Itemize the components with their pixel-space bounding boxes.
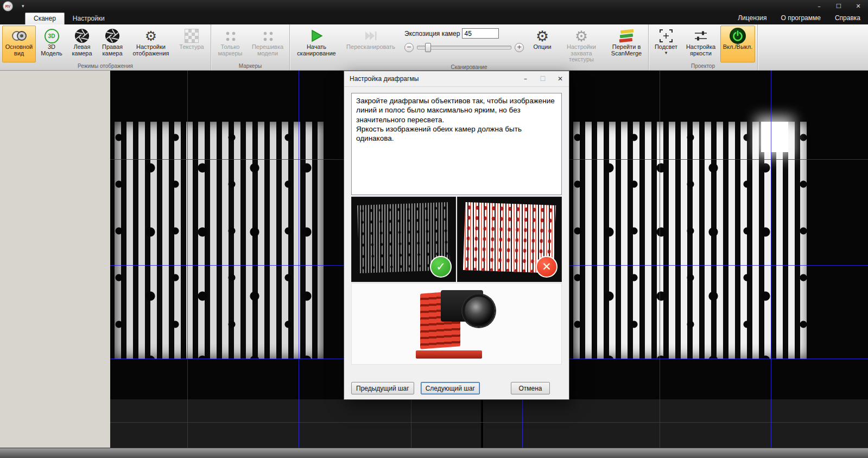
window-controls: – ☐ ✕ (809, 0, 868, 12)
menu-help[interactable]: Справка (835, 14, 860, 22)
texture-label: Текстура (179, 44, 204, 51)
dialog-close-button[interactable]: ✕ (552, 71, 569, 86)
right-camera-label: Правая камера (99, 44, 125, 57)
ribbon-tab-row: Сканер Настройки Лицензия О программе Сп… (0, 12, 868, 24)
power-icon (730, 28, 746, 44)
group-label-markers: Маркеры (211, 62, 289, 70)
remesh-dots-icon (261, 28, 274, 44)
dialog-instructions: Закройте диафрагмы объективов так, чтобы… (351, 93, 562, 195)
dialog-buttons-row: Предыдущий шаг Следующий шаг Отмена (351, 382, 562, 394)
camera-photo-panel (351, 283, 562, 365)
minimize-button[interactable]: – (809, 0, 829, 12)
grid-line-horizontal (110, 422, 868, 423)
tab-scanner[interactable]: Сканер (25, 12, 65, 24)
ribbon: Основной вид 3D 3D Модель Левая камера (0, 24, 868, 71)
grid-line-vertical (771, 70, 771, 448)
grid-line-vertical (299, 70, 299, 448)
texture-capture-settings-button[interactable]: ⚙ Настройки захвата текстуры (557, 26, 606, 64)
grid-line-vertical (187, 70, 188, 448)
rescan-button[interactable]: Пересканировать (342, 26, 400, 64)
markers-dots-icon (224, 28, 237, 44)
tab-settings[interactable]: Настройки (65, 13, 113, 24)
app-window: RV ▾ – ☐ ✕ Сканер Настройки Лицензия О п… (0, 0, 868, 458)
group-projector: Подсвет ▾ Настройка яркости Вкл./Вык (649, 24, 758, 70)
dialog-title-bar[interactable]: Настройка диафрагмы – ☐ ✕ (344, 71, 569, 87)
group-label-projector: Проектор (649, 62, 757, 70)
dialog-example-images: ✓ ✕ (351, 197, 562, 282)
scanmerge-button[interactable]: Перейти в ScanMerge (607, 26, 646, 64)
start-scan-button[interactable]: Начать сканирование (292, 26, 341, 64)
exposure-slider[interactable] (417, 46, 511, 49)
exposure-minus-button[interactable]: − (404, 43, 414, 52)
texture-capture-settings-label: Настройки захвата текстуры (559, 44, 604, 63)
previous-step-button[interactable]: Предыдущий шаг (351, 382, 414, 394)
exposure-slider-thumb[interactable] (425, 43, 431, 52)
backlight-frame-icon (659, 28, 673, 44)
main-view-label: Основной вид (4, 44, 34, 57)
display-settings-label: Настройки отображения (130, 44, 172, 57)
aperture-setup-dialog: Настройка диафрагмы – ☐ ✕ Закройте диафр… (344, 71, 569, 400)
overexposure-highlight (761, 122, 788, 152)
remesh-button[interactable]: Перешивка модели (248, 26, 287, 62)
top-right-menu: Лицензия О программе Справка (738, 14, 868, 24)
left-camera-feed (115, 122, 324, 359)
scene-floor-left (110, 399, 481, 448)
checkmark-icon: ✓ (430, 256, 452, 278)
dialog-instructions-line2: Яркость изображений обеих камер должна б… (356, 124, 557, 143)
grid-line-vertical (660, 70, 660, 448)
left-camera-button[interactable]: Левая камера (67, 26, 97, 62)
remesh-label: Перешивка модели (250, 44, 286, 57)
bad-exposure-example-image: ✕ (457, 197, 562, 282)
main-view-button[interactable]: Основной вид (2, 26, 36, 62)
camera-photo (405, 288, 508, 360)
right-camera-button[interactable]: Правая камера (98, 26, 127, 62)
checker-texture-icon (185, 28, 199, 44)
rescan-label: Пересканировать (346, 44, 395, 51)
brightness-settings-button[interactable]: Настройка яркости (682, 26, 719, 62)
scene-floor-right (484, 399, 868, 448)
group-display-modes: Основной вид 3D 3D Модель Левая камера (0, 24, 211, 70)
group-label-display-modes: Режимы отображения (0, 62, 211, 70)
dialog-title: Настройка диафрагмы (344, 75, 419, 83)
group-scanning: Начать сканирование Пересканировать Эксп… (290, 24, 649, 70)
display-settings-button[interactable]: ⚙ Настройки отображения (128, 26, 174, 62)
model-3d-button[interactable]: 3D 3D Модель (37, 26, 66, 62)
model-3d-icon: 3D (45, 28, 59, 44)
exposure-plus-button[interactable]: + (515, 43, 524, 52)
dialog-instructions-line1: Закройте диафрагмы объективов так, чтобы… (356, 96, 557, 124)
exposure-block: Экспозиция камер − + (400, 26, 528, 64)
main-view-icon (11, 28, 27, 44)
menu-about[interactable]: О программе (781, 14, 821, 22)
dialog-window-controls: – ☐ ✕ (517, 71, 569, 86)
play-icon (309, 28, 324, 44)
app-logo-icon: RV (3, 1, 13, 11)
brightness-slider-icon (694, 28, 708, 44)
markers-only-label: Только маркеры (215, 44, 245, 57)
next-step-button[interactable]: Следующий шаг (421, 382, 480, 394)
cancel-button[interactable]: Отмена (511, 382, 550, 394)
backlight-button[interactable]: Подсвет ▾ (651, 26, 681, 62)
backlight-label: Подсвет (655, 44, 677, 51)
dialog-minimize-button[interactable]: – (517, 71, 534, 86)
aperture-right-icon (105, 28, 120, 44)
menu-license[interactable]: Лицензия (738, 14, 766, 22)
chevron-down-icon[interactable]: ▾ (665, 51, 668, 55)
quick-access-dropdown-icon[interactable]: ▾ (22, 3, 24, 9)
left-camera-label: Левая камера (69, 44, 95, 57)
title-bar: RV ▾ – ☐ ✕ (0, 0, 868, 12)
scanmerge-label: Перейти в ScanMerge (609, 44, 644, 57)
close-button[interactable]: ✕ (848, 0, 868, 12)
gear-icon: ⚙ (145, 28, 157, 44)
maximize-button[interactable]: ☐ (829, 0, 848, 12)
projector-power-button[interactable]: Вкл./Выкл. (720, 26, 755, 62)
markers-only-button[interactable]: Только маркеры (213, 26, 247, 62)
options-button[interactable]: ⚙ Опции (529, 26, 556, 64)
texture-button[interactable]: Текстура (175, 26, 208, 62)
texture-capture-gear-icon: ⚙ (575, 28, 588, 44)
rescan-icon (364, 28, 378, 44)
dialog-maximize-button[interactable]: ☐ (534, 71, 552, 86)
brightness-settings-label: Настройка яркости (684, 44, 718, 57)
projector-power-label: Вкл./Выкл. (723, 44, 752, 51)
bottom-strip (0, 448, 868, 458)
exposure-input[interactable] (462, 28, 499, 39)
